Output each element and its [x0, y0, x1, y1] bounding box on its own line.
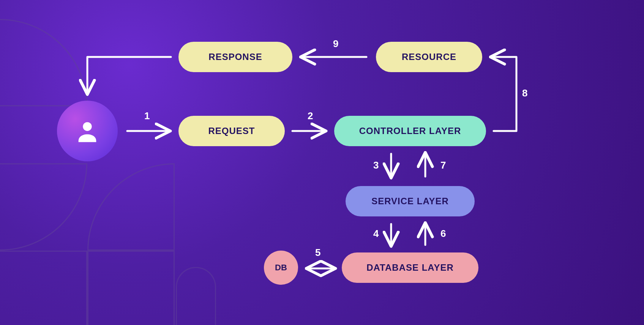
svg-point-0	[83, 122, 92, 131]
service-node: SERVICE LAYER	[346, 186, 475, 216]
step-2: 2	[308, 110, 313, 122]
decor-shape	[87, 251, 175, 325]
user-icon	[74, 118, 101, 144]
step-1: 1	[144, 110, 150, 122]
arrow-to-user	[87, 57, 171, 93]
architecture-diagram: RESPONSE RESOURCE REQUEST CONTROLLER LAY…	[0, 0, 644, 325]
decor-shape	[0, 19, 87, 106]
response-node: RESPONSE	[178, 42, 292, 72]
database-node: DATABASE LAYER	[342, 252, 478, 283]
step-3: 3	[373, 159, 379, 171]
user-node	[57, 101, 118, 161]
decor-shape	[87, 163, 175, 251]
request-node: REQUEST	[178, 116, 285, 146]
decor-shape	[0, 251, 87, 325]
step-5: 5	[315, 247, 320, 259]
resource-node: RESOURCE	[376, 42, 482, 72]
arrow-8	[492, 57, 516, 131]
controller-node: CONTROLLER LAYER	[334, 116, 486, 146]
decor-shape	[0, 163, 87, 251]
step-4: 4	[373, 228, 379, 240]
step-6: 6	[440, 228, 446, 240]
step-8: 8	[522, 87, 527, 99]
db-node: DB	[264, 251, 298, 285]
step-9: 9	[333, 38, 338, 50]
step-7: 7	[440, 159, 446, 171]
